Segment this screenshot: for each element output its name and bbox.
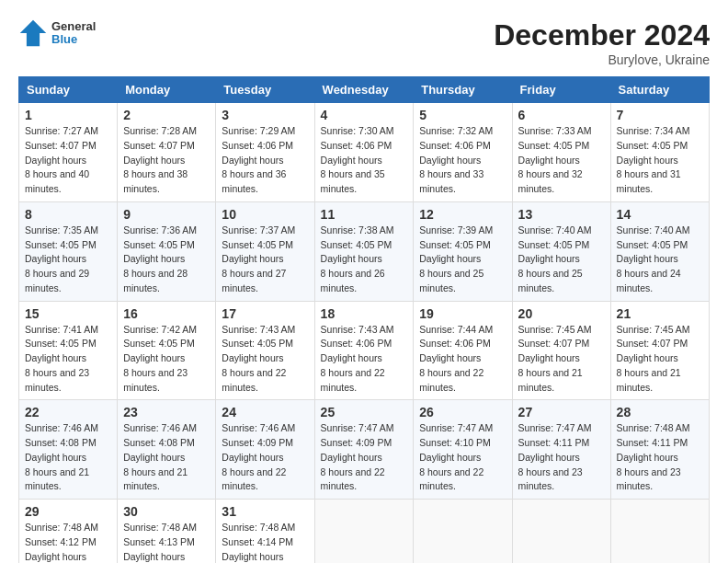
empty-cell (512, 500, 610, 564)
day-info: Sunrise: 7:36 AMSunset: 4:05 PMDaylight … (123, 224, 210, 296)
day-info: Sunrise: 7:46 AMSunset: 4:09 PMDaylight … (222, 421, 308, 494)
calendar-body: 1 Sunrise: 7:27 AMSunset: 4:07 PMDayligh… (19, 103, 710, 564)
day-info: Sunrise: 7:46 AMSunset: 4:08 PMDaylight … (25, 421, 111, 494)
day-number: 8 (25, 207, 111, 222)
day-number: 19 (419, 306, 506, 321)
day-number: 9 (123, 207, 210, 222)
column-header-saturday: Saturday (610, 77, 709, 103)
calendar-day-28: 28 Sunrise: 7:48 AMSunset: 4:11 PMDaylig… (610, 400, 709, 500)
day-number: 2 (123, 108, 210, 122)
day-info: Sunrise: 7:47 AMSunset: 4:10 PMDaylight … (419, 421, 506, 494)
title-area: December 2024 Burylove, Ukraine (494, 18, 710, 67)
day-number: 4 (321, 108, 408, 122)
page-header: General Blue December 2024 Burylove, Ukr… (18, 18, 710, 67)
day-info: Sunrise: 7:33 AMSunset: 4:05 PMDaylight … (518, 124, 605, 197)
empty-cell (314, 500, 414, 564)
column-header-tuesday: Tuesday (216, 77, 314, 103)
day-info: Sunrise: 7:43 AMSunset: 4:05 PMDaylight … (222, 323, 308, 396)
day-info: Sunrise: 7:44 AMSunset: 4:06 PMDaylight … (419, 323, 506, 396)
day-number: 31 (222, 504, 308, 519)
calendar-day-7: 7 Sunrise: 7:34 AMSunset: 4:05 PMDayligh… (610, 103, 709, 202)
logo-icon (18, 18, 48, 48)
calendar-week-1: 1 Sunrise: 7:27 AMSunset: 4:07 PMDayligh… (19, 103, 710, 202)
calendar-day-1: 1 Sunrise: 7:27 AMSunset: 4:07 PMDayligh… (19, 103, 118, 202)
calendar-table: SundayMondayTuesdayWednesdayThursdayFrid… (18, 76, 710, 563)
day-number: 16 (123, 306, 210, 321)
day-number: 15 (25, 306, 111, 321)
calendar-day-30: 30 Sunrise: 7:48 AMSunset: 4:13 PMDaylig… (118, 500, 216, 564)
day-number: 10 (222, 207, 308, 222)
location-subtitle: Burylove, Ukraine (494, 52, 710, 67)
calendar-day-18: 18 Sunrise: 7:43 AMSunset: 4:06 PMDaylig… (314, 301, 414, 400)
calendar-day-23: 23 Sunrise: 7:46 AMSunset: 4:08 PMDaylig… (118, 400, 216, 500)
calendar-day-2: 2 Sunrise: 7:28 AMSunset: 4:07 PMDayligh… (118, 103, 216, 202)
calendar-day-13: 13 Sunrise: 7:40 AMSunset: 4:05 PMDaylig… (512, 201, 610, 301)
calendar-day-27: 27 Sunrise: 7:47 AMSunset: 4:11 PMDaylig… (512, 400, 610, 500)
day-info: Sunrise: 7:42 AMSunset: 4:05 PMDaylight … (123, 323, 210, 396)
day-number: 6 (518, 108, 605, 122)
day-number: 18 (321, 306, 408, 321)
day-info: Sunrise: 7:47 AMSunset: 4:09 PMDaylight … (321, 421, 408, 494)
calendar-day-12: 12 Sunrise: 7:39 AMSunset: 4:05 PMDaylig… (414, 201, 512, 301)
column-header-sunday: Sunday (19, 77, 118, 103)
day-info: Sunrise: 7:29 AMSunset: 4:06 PMDaylight … (222, 124, 308, 197)
day-number: 12 (419, 207, 506, 222)
day-info: Sunrise: 7:48 AMSunset: 4:14 PMDaylight … (222, 521, 308, 563)
day-number: 22 (25, 405, 111, 419)
day-info: Sunrise: 7:40 AMSunset: 4:05 PMDaylight … (617, 224, 703, 296)
month-title: December 2024 (494, 18, 710, 52)
day-number: 17 (222, 306, 308, 321)
calendar-header-row: SundayMondayTuesdayWednesdayThursdayFrid… (19, 77, 710, 103)
day-number: 5 (419, 108, 506, 122)
day-info: Sunrise: 7:35 AMSunset: 4:05 PMDaylight … (25, 224, 111, 296)
logo: General Blue (18, 18, 96, 48)
day-info: Sunrise: 7:41 AMSunset: 4:05 PMDaylight … (25, 323, 111, 396)
logo-line2: Blue (51, 33, 96, 46)
day-number: 11 (321, 207, 408, 222)
column-header-wednesday: Wednesday (314, 77, 414, 103)
day-info: Sunrise: 7:40 AMSunset: 4:05 PMDaylight … (518, 224, 605, 296)
day-number: 1 (25, 108, 111, 122)
calendar-day-5: 5 Sunrise: 7:32 AMSunset: 4:06 PMDayligh… (414, 103, 512, 202)
calendar-day-19: 19 Sunrise: 7:44 AMSunset: 4:06 PMDaylig… (414, 301, 512, 400)
day-info: Sunrise: 7:38 AMSunset: 4:05 PMDaylight … (321, 224, 408, 296)
day-number: 29 (25, 504, 111, 519)
day-info: Sunrise: 7:45 AMSunset: 4:07 PMDaylight … (518, 323, 605, 396)
day-number: 13 (518, 207, 605, 222)
calendar-day-16: 16 Sunrise: 7:42 AMSunset: 4:05 PMDaylig… (118, 301, 216, 400)
day-number: 20 (518, 306, 605, 321)
day-info: Sunrise: 7:32 AMSunset: 4:06 PMDaylight … (419, 124, 506, 197)
calendar-day-9: 9 Sunrise: 7:36 AMSunset: 4:05 PMDayligh… (118, 201, 216, 301)
svg-marker-0 (20, 20, 46, 46)
calendar-week-5: 29 Sunrise: 7:48 AMSunset: 4:12 PMDaylig… (19, 500, 710, 564)
calendar-day-26: 26 Sunrise: 7:47 AMSunset: 4:10 PMDaylig… (414, 400, 512, 500)
logo-line1: General (51, 20, 96, 33)
calendar-day-3: 3 Sunrise: 7:29 AMSunset: 4:06 PMDayligh… (216, 103, 314, 202)
day-info: Sunrise: 7:45 AMSunset: 4:07 PMDaylight … (617, 323, 703, 396)
calendar-day-4: 4 Sunrise: 7:30 AMSunset: 4:06 PMDayligh… (314, 103, 414, 202)
calendar-day-22: 22 Sunrise: 7:46 AMSunset: 4:08 PMDaylig… (19, 400, 118, 500)
calendar-day-11: 11 Sunrise: 7:38 AMSunset: 4:05 PMDaylig… (314, 201, 414, 301)
day-info: Sunrise: 7:46 AMSunset: 4:08 PMDaylight … (123, 421, 210, 494)
calendar-day-31: 31 Sunrise: 7:48 AMSunset: 4:14 PMDaylig… (216, 500, 314, 564)
day-number: 28 (617, 405, 703, 419)
calendar-day-15: 15 Sunrise: 7:41 AMSunset: 4:05 PMDaylig… (19, 301, 118, 400)
day-info: Sunrise: 7:30 AMSunset: 4:06 PMDaylight … (321, 124, 408, 197)
column-header-thursday: Thursday (414, 77, 512, 103)
day-number: 27 (518, 405, 605, 419)
calendar-week-3: 15 Sunrise: 7:41 AMSunset: 4:05 PMDaylig… (19, 301, 710, 400)
day-info: Sunrise: 7:37 AMSunset: 4:05 PMDaylight … (222, 224, 308, 296)
calendar-day-17: 17 Sunrise: 7:43 AMSunset: 4:05 PMDaylig… (216, 301, 314, 400)
calendar-day-10: 10 Sunrise: 7:37 AMSunset: 4:05 PMDaylig… (216, 201, 314, 301)
day-number: 25 (321, 405, 408, 419)
day-info: Sunrise: 7:48 AMSunset: 4:12 PMDaylight … (25, 521, 111, 563)
calendar-week-2: 8 Sunrise: 7:35 AMSunset: 4:05 PMDayligh… (19, 201, 710, 301)
logo-text: General Blue (51, 20, 96, 47)
empty-cell (414, 500, 512, 564)
calendar-day-14: 14 Sunrise: 7:40 AMSunset: 4:05 PMDaylig… (610, 201, 709, 301)
day-number: 7 (617, 108, 703, 122)
day-info: Sunrise: 7:34 AMSunset: 4:05 PMDaylight … (617, 124, 703, 197)
calendar-day-8: 8 Sunrise: 7:35 AMSunset: 4:05 PMDayligh… (19, 201, 118, 301)
day-info: Sunrise: 7:27 AMSunset: 4:07 PMDaylight … (25, 124, 111, 197)
calendar-day-6: 6 Sunrise: 7:33 AMSunset: 4:05 PMDayligh… (512, 103, 610, 202)
